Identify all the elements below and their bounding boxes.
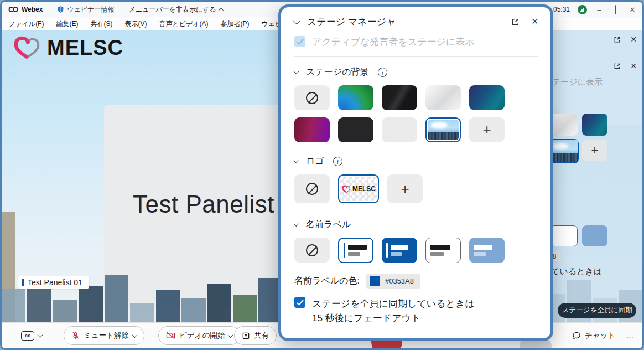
section-chevron-icon[interactable] bbox=[294, 221, 299, 227]
dialog-title: ステージ マネージャ bbox=[307, 16, 396, 28]
bg-option-whitegray[interactable] bbox=[425, 85, 461, 110]
unmute-button[interactable]: ミュート解除 bbox=[64, 326, 144, 345]
maximize-icon bbox=[615, 5, 616, 14]
section-chevron-icon[interactable] bbox=[294, 69, 299, 74]
chat-label: チャット bbox=[585, 331, 615, 341]
sync-fadeout-label-line1: ステージを全員に同期しているときは bbox=[312, 297, 475, 311]
panel-close-icon[interactable]: ✕ bbox=[630, 61, 637, 70]
name-label-option-none[interactable] bbox=[294, 238, 330, 262]
bg-option-maroon[interactable] bbox=[294, 117, 330, 142]
shield-icon bbox=[57, 6, 64, 13]
menu-edit[interactable]: 編集(E) bbox=[56, 19, 78, 29]
logo-section-title: ロゴ bbox=[306, 156, 324, 167]
name-label-section-header: 名前ラベル bbox=[294, 219, 538, 230]
panel-close-icon[interactable]: ✕ bbox=[630, 35, 637, 44]
window-close-button[interactable]: ✕ bbox=[628, 6, 637, 14]
speaker-name-text: Test Panelist bbox=[133, 191, 274, 218]
speaker-name-label-text: Test Panelist 01 bbox=[28, 278, 82, 287]
divider bbox=[294, 56, 538, 57]
checkbox-checked-icon bbox=[294, 297, 305, 308]
melsc-heart-icon bbox=[12, 35, 43, 60]
popout-icon[interactable] bbox=[613, 35, 621, 44]
panel-partial-text-bottom: ているときは bbox=[551, 266, 602, 277]
section-chevron-icon[interactable] bbox=[294, 158, 299, 163]
label-accent-bar bbox=[386, 243, 388, 258]
bg-option-light[interactable] bbox=[382, 117, 417, 142]
cityscape-thumbnail bbox=[428, 120, 459, 140]
bg-option-cityscape-selected[interactable] bbox=[425, 117, 461, 142]
bg-option-cityscape-selected[interactable] bbox=[549, 139, 579, 163]
info-icon[interactable]: i bbox=[333, 157, 342, 166]
maximize-button[interactable] bbox=[611, 6, 620, 14]
menu-participants[interactable]: 参加者(P) bbox=[221, 19, 250, 29]
panel-header-icons-bottom: ✕ bbox=[613, 61, 637, 70]
logo-option-melsc-selected[interactable]: MELSC bbox=[338, 174, 379, 203]
active-speaker-checkbox-row[interactable]: アクティブな発言者をステージに表示 bbox=[294, 36, 538, 48]
app-window: Webex ウェビナー情報 メニューバーを非表示にする 05:31 – ✕ ファ… bbox=[0, 0, 644, 350]
docked-panel: ✕ ✕ テージに表示 + 8 ているときは ステージを全員に同期 bbox=[549, 30, 642, 322]
color-label: 名前ラベルの色: bbox=[294, 275, 360, 287]
add-logo-button[interactable]: + bbox=[387, 174, 423, 203]
panel-header-icons-top: ✕ bbox=[613, 35, 637, 44]
add-background-button[interactable]: + bbox=[469, 117, 505, 142]
logo-options-row: MELSC + bbox=[294, 174, 538, 203]
menu-share[interactable]: 共有(S) bbox=[90, 19, 112, 29]
unmute-label: ミュート解除 bbox=[84, 331, 129, 341]
dialog-close-icon[interactable]: ✕ bbox=[531, 17, 538, 27]
name-label-option-lightblue[interactable] bbox=[469, 238, 505, 263]
sync-fadeout-label-line2: 15 秒後にフェードアウト bbox=[312, 311, 538, 326]
app-title: Webex bbox=[22, 6, 43, 13]
logo-section-header: ロゴ i bbox=[294, 156, 538, 167]
webinar-info-button[interactable]: ウェビナー情報 bbox=[57, 5, 114, 14]
logo-thumb-text: MELSC bbox=[352, 185, 376, 193]
bg-option-navyteal[interactable] bbox=[582, 114, 607, 136]
bg-option-navyteal[interactable] bbox=[469, 85, 505, 110]
color-picker-button[interactable]: #0353A8 bbox=[366, 274, 420, 289]
start-video-label: ビデオの開始 bbox=[179, 331, 225, 341]
bg-option-blackwave[interactable] bbox=[382, 85, 417, 110]
collapse-chevron-icon[interactable] bbox=[293, 17, 300, 24]
cityscape-thumbnail bbox=[551, 141, 577, 161]
logo-option-none[interactable] bbox=[294, 174, 330, 203]
stage-manager-dialog: ステージ マネージャ ✕ アクティブな発言者をステージに表示 ステージの背景 i bbox=[278, 4, 553, 341]
share-label: 共有 bbox=[254, 331, 269, 341]
connection-quality-icon[interactable] bbox=[578, 5, 587, 14]
webinar-info-label: ウェビナー情報 bbox=[67, 5, 114, 14]
menu-file[interactable]: ファイル(F) bbox=[8, 19, 44, 29]
chat-button[interactable]: チャット bbox=[565, 326, 622, 345]
chevron-down-icon bbox=[132, 332, 138, 338]
hide-menubar-button[interactable]: メニューバーを非表示にする bbox=[129, 5, 223, 14]
name-label-option-outline[interactable] bbox=[425, 238, 461, 263]
captions-button[interactable]: cc bbox=[14, 326, 49, 345]
more-options-button[interactable]: … bbox=[619, 326, 641, 345]
name-label-option-outline[interactable] bbox=[550, 225, 578, 246]
minimize-button[interactable]: – bbox=[595, 6, 604, 14]
mic-muted-icon bbox=[71, 331, 80, 340]
name-label-option-lightblue[interactable] bbox=[582, 225, 607, 246]
add-background-button[interactable]: + bbox=[582, 140, 607, 161]
label-accent-bar bbox=[344, 243, 345, 258]
menu-audio-video[interactable]: 音声とビデオ(A) bbox=[159, 19, 208, 29]
titlebar-right: 05:31 – ✕ bbox=[553, 5, 637, 14]
checkbox-checked-disabled-icon bbox=[294, 36, 305, 47]
name-label-accent-bar bbox=[22, 279, 24, 286]
background-options-row2: + bbox=[294, 117, 538, 142]
color-swatch bbox=[370, 276, 380, 286]
color-value: #0353A8 bbox=[385, 277, 414, 285]
name-label-option-blue[interactable] bbox=[382, 238, 417, 263]
chevron-up-icon bbox=[218, 7, 224, 13]
sync-fadeout-checkbox-row[interactable]: ステージを全員に同期しているときは bbox=[294, 297, 538, 311]
start-video-button[interactable]: ビデオの開始 bbox=[158, 326, 240, 345]
popout-icon[interactable] bbox=[511, 17, 520, 27]
share-button[interactable]: 共有 bbox=[234, 326, 277, 345]
bg-option-dark[interactable] bbox=[338, 117, 373, 142]
bg-option-whitegray[interactable] bbox=[550, 114, 578, 136]
bg-option-none[interactable] bbox=[294, 85, 330, 110]
popout-icon[interactable] bbox=[613, 62, 621, 70]
bg-option-greenblue[interactable] bbox=[338, 85, 373, 110]
prohibition-icon bbox=[306, 244, 318, 256]
name-label-option-white-selected[interactable] bbox=[338, 238, 373, 263]
sync-stage-button[interactable]: ステージを全員に同期 bbox=[558, 303, 636, 318]
menu-view[interactable]: 表示(V) bbox=[124, 19, 147, 29]
info-icon[interactable]: i bbox=[378, 68, 387, 77]
